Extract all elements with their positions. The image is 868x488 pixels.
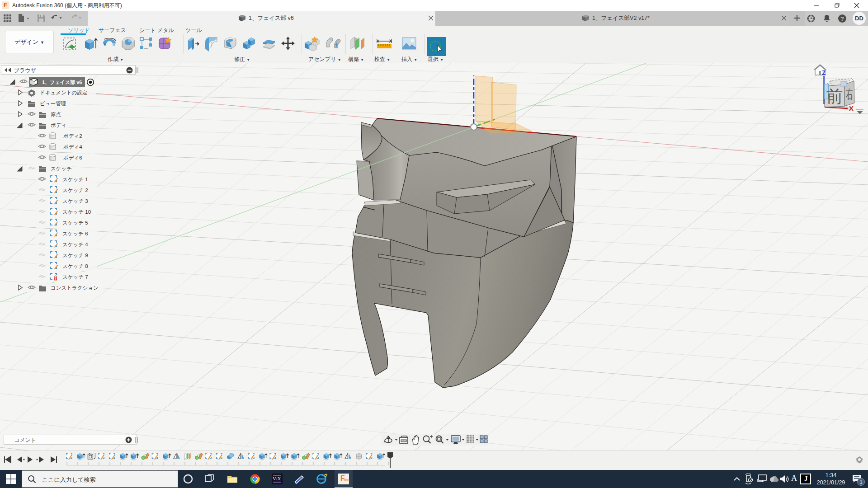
svg-text:?: ? (840, 15, 844, 22)
svg-text:前: 前 (826, 87, 843, 106)
svg-text:X: X (849, 104, 854, 112)
svg-text:Z: Z (822, 69, 826, 76)
svg-text:右: 右 (846, 87, 853, 101)
